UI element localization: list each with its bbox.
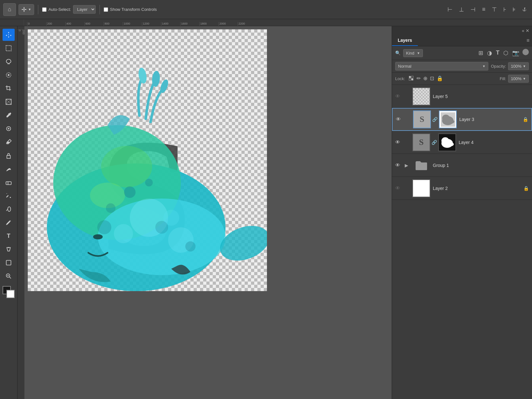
ruler-mark: 2000 (218, 22, 238, 26)
opacity-value-text: 100% (511, 64, 521, 69)
main-area: T 0 200 400 600 800 1000 1200 (0, 26, 532, 399)
tool-brush[interactable] (3, 136, 15, 148)
align-left-icon[interactable]: ⊢ (446, 5, 454, 14)
move-tool-button[interactable]: ✛ ▼ (18, 4, 34, 15)
svg-point-28 (124, 186, 136, 198)
tool-lasso[interactable] (3, 56, 15, 68)
lock-pixels-icon[interactable] (408, 75, 414, 82)
group1-expand[interactable]: ▶ (405, 163, 410, 168)
show-transform-checkbox[interactable] (104, 7, 108, 12)
ruler-mark: 400 (65, 22, 85, 26)
tool-spot-heal[interactable] (3, 123, 15, 135)
background-color[interactable] (6, 290, 15, 298)
ruler-corner (0, 19, 24, 26)
group1-visibility-toggle[interactable]: 👁 (395, 162, 402, 168)
filter-smart-icon[interactable]: 📷 (512, 49, 520, 57)
tool-shape[interactable] (3, 257, 15, 269)
align-right-icon[interactable]: ⊣ (469, 5, 477, 14)
panel-collapse-button[interactable]: « (522, 28, 524, 33)
tool-pen[interactable] (3, 216, 15, 229)
tool-zoom[interactable] (3, 270, 15, 282)
toolbar-separator-1 (38, 5, 38, 14)
layer5-visibility-toggle[interactable]: 👁 (395, 94, 402, 99)
ruler-mark: 1400 (161, 22, 180, 26)
tool-dodge[interactable] (3, 203, 15, 215)
blend-mode-select[interactable]: Normal ▼ (395, 62, 488, 71)
left-toolbar: T (0, 26, 18, 399)
filter-shape-icon[interactable]: ⬡ (503, 49, 509, 57)
layer4-thumb-s: S (419, 138, 424, 147)
filter-color-circle[interactable] (522, 49, 529, 55)
auto-select-dropdown[interactable]: Layer (73, 5, 96, 14)
svg-rect-13 (6, 260, 11, 265)
layer4-visibility-toggle[interactable]: 👁 (395, 139, 402, 145)
svg-point-38 (93, 234, 103, 239)
tool-quick-select[interactable] (3, 69, 15, 81)
lock-icons: ✏ ⊕ ⊡ 🔒 (408, 75, 443, 82)
lock-image-icon[interactable]: ✏ (417, 75, 421, 82)
auto-select-checkbox[interactable] (42, 7, 47, 12)
filter-pixel-icon[interactable]: ⊞ (478, 49, 484, 57)
layer3-thumbnail: S (413, 110, 431, 128)
horizontal-ruler: 0 200 400 600 800 1000 1200 1400 1600 18… (24, 19, 532, 26)
align-bottom-icon[interactable]: ⊧ (511, 5, 517, 14)
tool-path-select[interactable] (3, 243, 15, 255)
tool-marquee[interactable] (3, 42, 15, 54)
layer3-link-icon: 🔗 (432, 117, 438, 122)
tool-type[interactable]: T (3, 230, 15, 242)
align-last-icon[interactable]: ⫝̸ (521, 5, 529, 13)
lock-all-icon[interactable]: 🔒 (437, 75, 443, 82)
layer3-visibility-toggle[interactable]: 👁 (396, 117, 403, 122)
lock-artboard-icon[interactable]: ⊡ (430, 75, 434, 82)
align-center-v-icon[interactable]: ⊥ (458, 5, 465, 14)
layer2-visibility-toggle[interactable]: 👁 (395, 185, 402, 191)
transform-controls-group: Show Transform Controls (104, 7, 157, 12)
filter-adjustment-icon[interactable]: ◑ (486, 49, 493, 57)
tool-crop[interactable] (3, 82, 15, 94)
canvas-area[interactable]: S (25, 26, 392, 399)
foreground-background-colors[interactable] (3, 286, 15, 298)
ruler-mark: 1200 (142, 22, 161, 26)
group1-name: Group 1 (433, 163, 519, 168)
layer-item-layer5[interactable]: 👁 Layer 5 (392, 85, 532, 108)
align-top-icon[interactable]: ⊤ (491, 5, 498, 14)
tool-eyedropper[interactable] (3, 109, 15, 121)
panel-close-button[interactable]: ✕ (526, 28, 529, 33)
layer-item-layer3[interactable]: 👁 S 🔗 Layer 3 🔒 (392, 108, 532, 131)
vertical-ruler: 0 200 400 600 800 1000 1200 (18, 26, 25, 399)
layer-item-layer2[interactable]: 👁 Layer 2 🔒 (392, 177, 532, 200)
layer-item-layer4[interactable]: 👁 S 🔗 Layer 4 (392, 131, 532, 154)
tool-stamp[interactable] (3, 149, 15, 162)
svg-rect-39 (409, 76, 411, 78)
align-h-icon[interactable]: ≡ (481, 5, 487, 13)
filter-kind-select[interactable]: Kind ▼ (403, 49, 423, 57)
filter-type-icon[interactable]: T (495, 49, 500, 57)
layers-filter-row: 🔍 Kind ▼ ⊞ ◑ T ⬡ 📷 (392, 46, 532, 60)
layers-tab[interactable]: Layers (392, 35, 418, 46)
v-ruler-mark: 0 (18, 29, 21, 49)
type-icon-label: T (7, 233, 11, 239)
move-tool-dropdown-arrow: ▼ (28, 8, 31, 11)
home-button[interactable]: ⌂ (3, 3, 16, 16)
layer-item-group1[interactable]: 👁 ▶ Group 1 (392, 154, 532, 177)
tool-eraser[interactable] (3, 176, 15, 188)
tool-smudge[interactable] (3, 163, 15, 175)
svg-rect-0 (6, 46, 11, 51)
canvas-background: S (28, 29, 267, 291)
tool-paint-bucket[interactable] (3, 190, 15, 202)
top-toolbar: ⌂ ✛ ▼ Auto-Select: Layer Show Transform … (0, 0, 532, 19)
lock-position-icon[interactable]: ⊕ (423, 75, 427, 82)
layer3-lock-icon: 🔒 (523, 117, 528, 122)
fill-input[interactable]: 100% ▼ (508, 75, 529, 83)
toolbar-separator-2 (100, 5, 100, 14)
align-middle-icon[interactable]: ⊦ (502, 5, 507, 14)
opacity-input[interactable]: 100% ▼ (508, 62, 529, 70)
opacity-group: Opacity: 100% ▼ (491, 62, 529, 70)
panel-options-button[interactable]: ≡ (524, 35, 532, 46)
move-icon: ✛ (21, 6, 27, 13)
tool-move[interactable] (3, 29, 15, 41)
ruler-mark: 1600 (180, 22, 199, 26)
ruler-mark: 200 (46, 22, 65, 26)
svg-point-31 (155, 221, 168, 234)
tool-frame[interactable] (3, 96, 15, 108)
